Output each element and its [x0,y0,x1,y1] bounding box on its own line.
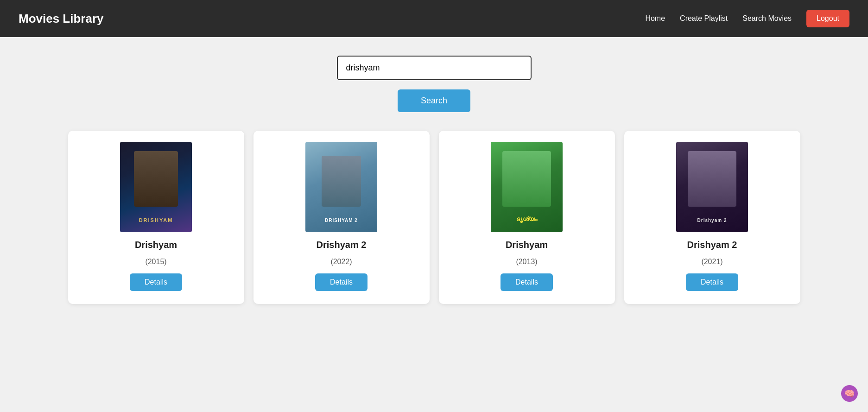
movie-poster [491,142,563,232]
header-nav: Home Create Playlist Search Movies Logou… [645,10,849,27]
movie-title: Drishyam [506,240,548,250]
search-area: Search [9,56,859,112]
movie-year: (2015) [145,258,166,266]
nav-create-playlist[interactable]: Create Playlist [680,14,728,23]
header: Movies Library Home Create Playlist Sear… [0,0,868,37]
movie-card: Drishyam (2015) Details [68,131,244,304]
movie-title: Drishyam [135,240,177,250]
app-title: Movies Library [19,12,104,26]
search-button[interactable]: Search [398,89,470,112]
details-button[interactable]: Details [686,273,738,291]
movie-poster [676,142,748,232]
search-input[interactable] [337,56,532,80]
movie-poster [120,142,192,232]
movie-year: (2013) [516,258,537,266]
movie-title: Drishyam 2 [317,240,367,250]
main-content: Search Drishyam (2015) Details Drishyam … [0,37,868,323]
movies-grid: Drishyam (2015) Details Drishyam 2 (2022… [9,131,859,304]
movie-year: (2022) [330,258,352,266]
movie-card: Drishyam (2013) Details [439,131,615,304]
movie-title: Drishyam 2 [687,240,737,250]
movie-card: Drishyam 2 (2022) Details [253,131,430,304]
details-button[interactable]: Details [315,273,367,291]
svg-text:🧠: 🧠 [844,388,855,399]
brain-icon: 🧠 [840,384,859,403]
logout-button[interactable]: Logout [806,10,849,27]
movie-card: Drishyam 2 (2021) Details [624,131,800,304]
nav-home[interactable]: Home [645,14,665,23]
details-button[interactable]: Details [501,273,553,291]
movie-year: (2021) [701,258,722,266]
movie-poster [305,142,377,232]
details-button[interactable]: Details [130,273,182,291]
nav-search-movies[interactable]: Search Movies [742,14,792,23]
